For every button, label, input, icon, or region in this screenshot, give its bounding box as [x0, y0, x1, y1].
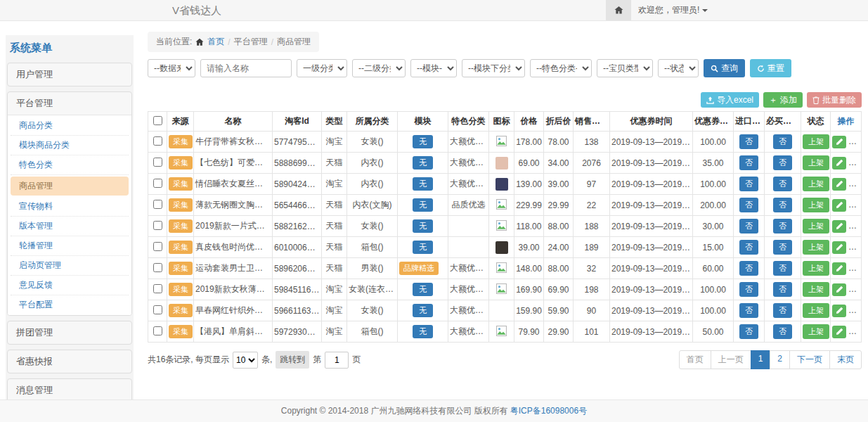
- sidebar-group-header[interactable]: 消息管理: [8, 379, 131, 399]
- row-checkbox[interactable]: [153, 305, 162, 314]
- must-buy-toggle[interactable]: 否: [773, 155, 792, 170]
- level2-category-select[interactable]: --二级分类--: [352, 59, 406, 77]
- sidebar-item[interactable]: 商品管理: [11, 177, 129, 196]
- select-all-checkbox[interactable]: [153, 116, 162, 125]
- must-buy-toggle[interactable]: 否: [773, 134, 792, 149]
- sidebar-group: 平台管理商品分类模块商品分类特色分类商品管理宣传物料版本管理轮播管理启动页管理意…: [7, 91, 132, 316]
- breadcrumb-home-link[interactable]: 首页: [207, 36, 224, 48]
- import-select-toggle[interactable]: 否: [739, 155, 758, 170]
- import-select-toggle[interactable]: 否: [739, 134, 758, 149]
- status-select[interactable]: --状态--: [658, 59, 699, 77]
- must-buy-toggle[interactable]: 否: [773, 219, 792, 234]
- products-table: 来源名称淘客Id类型所属分类模块特色分类图标价格折后价销售数量优惠券时间优惠券金…: [148, 111, 862, 343]
- row-checkbox[interactable]: [153, 284, 162, 293]
- page-button-1[interactable]: 1: [751, 350, 771, 369]
- row-checkbox[interactable]: [153, 158, 162, 167]
- sidebar-group-header[interactable]: 省惠快报: [8, 350, 131, 373]
- module-select[interactable]: --模块--: [410, 59, 457, 77]
- must-buy-toggle[interactable]: 否: [773, 177, 792, 191]
- import-select-toggle[interactable]: 否: [739, 282, 758, 297]
- row-checkbox[interactable]: [153, 326, 162, 335]
- import-select-toggle[interactable]: 否: [739, 177, 758, 191]
- sidebar-item[interactable]: 启动页管理: [11, 256, 129, 276]
- edit-button[interactable]: [832, 178, 846, 191]
- sidebar-item[interactable]: 轮播管理: [11, 236, 129, 256]
- status-toggle[interactable]: 上架: [803, 219, 829, 234]
- edit-button[interactable]: [832, 305, 846, 317]
- status-toggle[interactable]: 上架: [803, 155, 829, 170]
- cell-price: 118.00: [514, 216, 544, 237]
- sidebar-item[interactable]: 特色分类: [11, 155, 129, 175]
- status-toggle[interactable]: 上架: [803, 177, 829, 191]
- status-toggle[interactable]: 上架: [803, 240, 829, 255]
- level1-category-select[interactable]: 一级分类: [297, 59, 347, 77]
- feature-category-select[interactable]: --特色分类--: [530, 59, 592, 77]
- edit-button[interactable]: [832, 136, 846, 148]
- page-button-上一页[interactable]: 上一页: [711, 350, 751, 369]
- import-excel-button[interactable]: 导入excel: [701, 92, 759, 108]
- per-page-select[interactable]: 10: [233, 352, 258, 369]
- page-button-末页[interactable]: 末页: [829, 350, 862, 369]
- must-buy-toggle[interactable]: 否: [773, 303, 792, 318]
- module-subcategory-select[interactable]: --模块下分类--: [462, 59, 525, 77]
- edit-button[interactable]: [832, 326, 846, 338]
- page-button-下一页[interactable]: 下一页: [789, 350, 830, 369]
- search-button[interactable]: 查询: [704, 59, 745, 77]
- row-checkbox[interactable]: [153, 221, 162, 230]
- edit-button[interactable]: [832, 220, 846, 233]
- edit-button[interactable]: [832, 283, 846, 296]
- import-select-toggle[interactable]: 否: [739, 261, 758, 276]
- data-source-select[interactable]: --数据来源--: [148, 59, 195, 77]
- import-select-toggle[interactable]: 否: [739, 240, 758, 255]
- status-toggle[interactable]: 上架: [803, 198, 829, 212]
- import-select-toggle[interactable]: 否: [739, 219, 758, 234]
- import-select-toggle[interactable]: 否: [739, 324, 758, 339]
- edit-button[interactable]: [832, 199, 846, 212]
- jump-page-input[interactable]: [325, 352, 349, 369]
- must-buy-toggle[interactable]: 否: [773, 324, 792, 339]
- sidebar-group-header[interactable]: 拼团管理: [8, 321, 131, 344]
- home-button[interactable]: [606, 0, 631, 20]
- page-button-2[interactable]: 2: [770, 350, 790, 369]
- must-buy-toggle[interactable]: 否: [773, 261, 792, 276]
- row-checkbox[interactable]: [153, 263, 162, 272]
- sidebar-item[interactable]: 平台配置: [11, 295, 129, 314]
- row-checkbox[interactable]: [153, 200, 162, 209]
- sidebar-item[interactable]: 模块商品分类: [11, 136, 129, 155]
- sidebar-item[interactable]: 版本管理: [11, 217, 129, 236]
- add-button[interactable]: ＋ 添加: [763, 92, 803, 108]
- cell-module: 无: [398, 300, 448, 321]
- edit-button[interactable]: [832, 241, 846, 254]
- sidebar-group-header[interactable]: 平台管理: [8, 92, 131, 115]
- status-toggle[interactable]: 上架: [803, 134, 829, 149]
- sidebar-item[interactable]: 宣传物料: [11, 197, 129, 217]
- row-checkbox[interactable]: [153, 242, 162, 251]
- sidebar-group: 拼团管理: [7, 321, 132, 345]
- must-buy-toggle[interactable]: 否: [773, 198, 792, 212]
- page-button-首页[interactable]: 首页: [679, 350, 711, 369]
- cell-source: 采集: [167, 321, 194, 343]
- sidebar-group-header[interactable]: 用户管理: [8, 63, 131, 86]
- must-buy-toggle[interactable]: 否: [773, 282, 792, 297]
- user-menu[interactable]: 欢迎您，管理员!: [638, 0, 708, 20]
- import-select-toggle[interactable]: 否: [739, 303, 758, 318]
- sidebar-item[interactable]: 商品分类: [11, 116, 129, 136]
- status-toggle[interactable]: 上架: [803, 324, 829, 339]
- import-select-toggle[interactable]: 否: [739, 198, 758, 212]
- status-toggle[interactable]: 上架: [803, 282, 829, 297]
- edit-button[interactable]: [832, 262, 846, 275]
- name-input[interactable]: [200, 59, 292, 77]
- must-buy-toggle[interactable]: 否: [773, 240, 792, 255]
- status-toggle[interactable]: 上架: [803, 261, 829, 276]
- sidebar-item[interactable]: 意见反馈: [11, 276, 129, 295]
- reset-button[interactable]: 重置: [750, 59, 791, 77]
- cell-feature: 大额优惠券: [448, 258, 489, 279]
- item-type-select[interactable]: --宝贝类型--: [597, 59, 653, 77]
- status-toggle[interactable]: 上架: [803, 303, 829, 318]
- batch-delete-button[interactable]: 批量删除: [807, 92, 862, 108]
- row-checkbox[interactable]: [153, 179, 162, 188]
- edit-button[interactable]: [832, 157, 846, 170]
- row-checkbox[interactable]: [153, 136, 162, 146]
- jump-to-button[interactable]: 跳转到: [276, 351, 309, 369]
- icp-link[interactable]: 粤ICP备16098006号: [510, 405, 587, 417]
